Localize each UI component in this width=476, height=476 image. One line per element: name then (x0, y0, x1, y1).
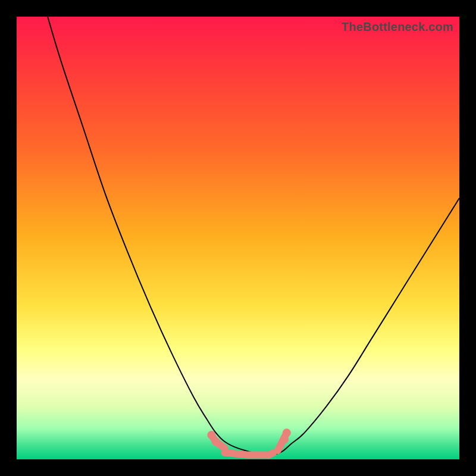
marker-dot (212, 437, 220, 446)
marker-segment-bottom (225, 453, 274, 455)
curve-right (274, 198, 459, 455)
chart-svg (17, 17, 459, 459)
watermark-label: TheBottleneck.com (342, 20, 453, 34)
curve-left (48, 17, 273, 455)
marker-dot (280, 436, 289, 444)
